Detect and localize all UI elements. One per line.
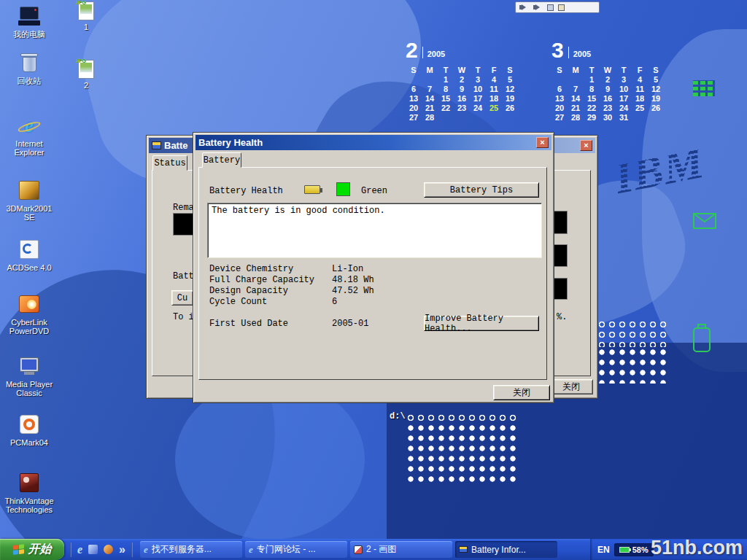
- calendar-day: 21: [422, 104, 438, 113]
- calendar-day: 15: [438, 94, 454, 104]
- language-indicator[interactable]: EN: [597, 545, 610, 555]
- show-desktop-icon[interactable]: [88, 545, 98, 554]
- desktop-icon-thinkvantage[interactable]: ThinkVantage Technologies: [1, 471, 57, 514]
- desktop-icon-media-player-classic[interactable]: Media Player Classic: [1, 354, 57, 397]
- speaker-muted-icon[interactable]: [535, 4, 543, 10]
- calendar-day: 22: [438, 104, 454, 113]
- dot-pattern: [406, 423, 518, 484]
- close-button[interactable]: 关闭: [549, 379, 593, 394]
- button-label: 关闭: [562, 381, 580, 393]
- calendar-day: 5: [648, 75, 664, 85]
- calendar-day: 10: [616, 85, 632, 94]
- calendar-day-header: S: [406, 66, 422, 75]
- tab-label: Status: [154, 158, 185, 168]
- calendar-day: 14: [422, 94, 438, 104]
- tab-status[interactable]: Status: [152, 155, 187, 171]
- calendar-day: 6: [406, 85, 422, 94]
- calendar-day: 7: [422, 85, 438, 94]
- icon-label: 3DMark2001 SE: [2, 204, 56, 222]
- calendar-day: 25: [632, 104, 648, 113]
- battery-cylinder-icon: [692, 324, 712, 353]
- calendar-day: 23: [454, 104, 470, 113]
- calendar-day-header: S: [551, 66, 568, 75]
- calendar-grid: SMTWTFS123456789101112131415161718192021…: [551, 66, 668, 122]
- calendar-day: 9: [454, 85, 470, 94]
- improve-battery-health-button[interactable]: Improve Battery Health...: [424, 316, 539, 331]
- calendar-day: 1: [584, 75, 600, 85]
- icon-label: ThinkVantage Technologies: [2, 497, 56, 514]
- notes-icon[interactable]: [558, 4, 565, 11]
- ibm-logo: IBM: [610, 136, 708, 204]
- close-button[interactable]: 关闭: [493, 385, 550, 400]
- desktop-icon-my-computer[interactable]: 我的电脑: [1, 4, 57, 39]
- calendar-day: 8: [438, 85, 454, 94]
- desktop-icon-3dmark2001[interactable]: 3DMark2001 SE: [1, 179, 57, 222]
- calendar-day-header: M: [422, 66, 438, 75]
- battery-tray-indicator[interactable]: 58%: [614, 543, 654, 556]
- first-used-label: First Used Date: [209, 319, 288, 329]
- condition-text: The battery is in good condition.: [212, 206, 385, 216]
- dialog-title: Battery Health: [198, 137, 536, 148]
- desktop-icon-powerdvd[interactable]: CyberLink PowerDVD: [1, 292, 57, 335]
- desktop-icon-pcmark04[interactable]: PCMark04: [1, 413, 57, 447]
- close-icon[interactable]: ×: [580, 140, 592, 151]
- mixer-icon[interactable]: [547, 4, 554, 11]
- start-button[interactable]: 开始: [0, 539, 64, 560]
- first-used-value: 2005-01: [332, 319, 368, 329]
- dialog-titlebar[interactable]: Battery Health ×: [196, 135, 551, 150]
- calendar-day: 20: [406, 104, 422, 113]
- calendar-day: 13: [406, 94, 422, 104]
- taskbar-item-battery-information[interactable]: Battery Infor...: [455, 541, 557, 558]
- calendar-day: 27: [551, 113, 568, 122]
- calendar-day: 26: [648, 104, 664, 113]
- field-label: Full Charge Capacity: [209, 275, 314, 285]
- calendar-day-header: T: [438, 66, 454, 75]
- calendar-day: 15: [584, 94, 600, 104]
- calendar-day: 12: [502, 85, 518, 94]
- speaker-icon[interactable]: [522, 4, 529, 10]
- condition-textbox[interactable]: The battery is in good condition.: [207, 203, 542, 258]
- tab-battery[interactable]: Battery: [202, 152, 241, 168]
- calendar-february: 2 2005 SMTWTFS12345678910111213141516171…: [406, 40, 522, 122]
- current-button[interactable]: Cu: [171, 290, 193, 306]
- taskbar-item-paint[interactable]: 2 - 画图: [350, 541, 452, 558]
- chevron-more-icon[interactable]: »: [119, 543, 125, 556]
- calendar-day: 28: [568, 113, 584, 122]
- ie-icon: e: [144, 544, 148, 556]
- desktop-icon-file-2[interactable]: JPG 2: [69, 60, 104, 90]
- media-quicklaunch-icon[interactable]: [104, 545, 113, 554]
- calendar-day: [632, 113, 648, 122]
- calendar-day: 27: [406, 113, 422, 122]
- jpg-file-icon: JPG: [78, 60, 94, 79]
- calendar-day: [406, 75, 422, 85]
- desktop-icon-acdsee[interactable]: ACDSee 4.0: [1, 238, 57, 272]
- calendar-day: [551, 75, 568, 85]
- calendar-day: 3: [616, 75, 632, 85]
- calendar-day: 1: [438, 75, 454, 85]
- battery-tips-button[interactable]: Battery Tips: [424, 182, 539, 198]
- calendar-day: 24: [616, 104, 632, 113]
- calendar-day-header: F: [486, 66, 502, 75]
- field-label: Cycle Count: [209, 297, 267, 307]
- calendar-day: 18: [632, 94, 648, 104]
- calendar-day-header: F: [632, 66, 648, 75]
- desktop-icon-file-1[interactable]: JPG 1: [69, 1, 104, 31]
- ie-quicklaunch-icon[interactable]: e: [77, 543, 82, 556]
- calendar-day: 23: [600, 104, 616, 113]
- calendar-day: 7: [568, 85, 584, 94]
- calendar-day: [502, 113, 518, 122]
- dot-pattern: [406, 413, 518, 423]
- close-icon[interactable]: ×: [536, 137, 549, 148]
- calendar-day: 19: [502, 94, 518, 104]
- task-label: 找不到服务器...: [152, 543, 212, 556]
- taskbar-item-forum[interactable]: e 专门网论坛 - ...: [245, 541, 347, 558]
- calendar-day: 10: [470, 85, 486, 94]
- icon-label: 回收站: [18, 77, 42, 85]
- calendar-day: 6: [551, 85, 568, 94]
- watermark: 51nb.com: [651, 537, 743, 559]
- keypad-icon: [693, 80, 715, 96]
- task-label: 专门网论坛 - ...: [257, 543, 316, 556]
- desktop-icon-recycle-bin[interactable]: 回收站: [1, 51, 57, 85]
- taskbar-item-server-not-found[interactable]: e 找不到服务器...: [140, 541, 242, 558]
- desktop-icon-internet-explorer[interactable]: e Internet Explorer: [1, 114, 57, 157]
